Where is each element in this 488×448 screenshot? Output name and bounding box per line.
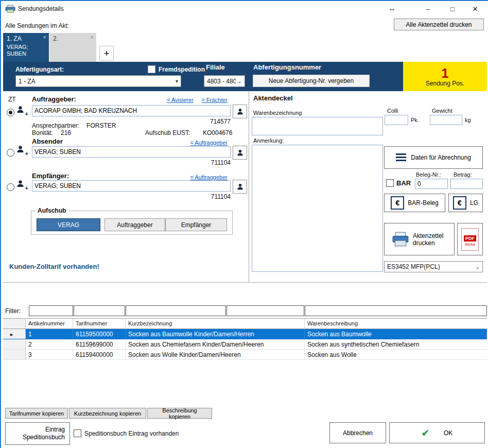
empfaenger-kontakt-button[interactable] (233, 180, 247, 194)
fremdspedition-checkbox-row[interactable]: Fremdspedition (148, 65, 205, 73)
empfaenger-radio[interactable] (7, 183, 14, 191)
auftraggeber-uebernehmen-link[interactable]: = Auftraggeber (190, 140, 228, 146)
column-header-artikelnummer[interactable]: Artikelnummer (26, 319, 73, 329)
tab1-label: 1. ZA (7, 35, 22, 42)
kurzbezeichnung-kopieren-button[interactable]: Kurzbezeichnung kopieren (69, 408, 146, 419)
bar-label: BAR (396, 179, 411, 187)
beschreibung-kopieren-button[interactable]: Beschreibung kopieren (147, 408, 212, 419)
bar-checkbox[interactable] (386, 179, 394, 187)
aufschub-eust-label: Aufschub EUST: (145, 129, 190, 136)
warenbezeichnung-label: Warenbezeichnung (253, 110, 302, 116)
aufschub-verag-button[interactable]: VERAG (37, 218, 100, 231)
pdf-export-button[interactable]: PDF Adobe (457, 223, 483, 255)
cell-tarifnummer[interactable]: 61159400000 (73, 350, 126, 360)
aktendeckel-title: Aktendeckel (253, 94, 293, 102)
speditionsbuch-checkbox-label: Speditionsbuch Eintrag vorhanden (84, 430, 179, 437)
anmerkung-textarea[interactable] (252, 145, 383, 272)
aufschub-empfaenger-button[interactable]: Empfänger (165, 218, 227, 231)
person-add-icon[interactable]: + (16, 179, 27, 189)
betrag-input[interactable] (450, 179, 483, 189)
row-selector-cell[interactable] (3, 350, 26, 360)
auftraggeber-radio[interactable] (7, 109, 14, 116)
abbrechen-button[interactable]: Abbrechen (329, 422, 386, 443)
maximize-button[interactable]: □ (441, 1, 464, 16)
ok-button[interactable]: ✔ OK (389, 422, 485, 443)
absender-label: Absender (32, 137, 63, 145)
cell-kurzbezeichnung[interactable]: Socken aus Wolle Kinder/Damen/Heeren (126, 350, 305, 360)
colli-input[interactable] (385, 115, 408, 125)
column-header-warenbeschreibung[interactable]: Warenbeschreibung (305, 319, 487, 329)
speditionsbuch-checkbox[interactable] (74, 429, 81, 437)
filter-input-warenbeschreibung[interactable] (305, 305, 487, 316)
gewicht-input[interactable] (430, 115, 462, 125)
auftraggeber-input[interactable] (32, 105, 231, 116)
daten-fuer-abrechnung-button[interactable]: Daten für Abrechnung (384, 146, 483, 169)
person-add-icon[interactable]: + (16, 145, 27, 155)
eintrag-speditionsbuch-button[interactable]: Eintrag Speditionsbuch (5, 422, 70, 445)
aufschub-eust-value: KO004676 (203, 129, 232, 136)
aufschub-auftraggeber-button[interactable]: Auftraggeber (104, 218, 165, 231)
column-header-kurzbezeichnung[interactable]: Kurzbezeichnung (126, 319, 305, 329)
tab1-close-icon[interactable]: × (43, 34, 46, 40)
cell-warenbeschreibung[interactable]: Socken aus synthetischen Chemiefasern (305, 339, 487, 350)
tarif-tabelle: Artikelnummer Tarifnummer Kurzbezeichnun… (3, 318, 487, 407)
neue-abfertigungsnr-button[interactable]: Neue Abfertigung-Nr. vergeben (253, 75, 370, 87)
cell-artikelnummer[interactable]: 2 (26, 339, 73, 350)
fremdspedition-checkbox[interactable] (148, 65, 155, 73)
row-selector-cell[interactable]: ▸ (3, 329, 26, 339)
avisierer-link[interactable]: = Avisierer (167, 97, 193, 103)
table-row[interactable]: 2 61159699000 Socken aus Chemiefasern Ki… (3, 339, 487, 350)
resize-arrows-icon[interactable]: ↔ (388, 4, 396, 12)
abfertigung-banner: Abfertigungsart: Fremdspedition Filiale … (3, 62, 487, 91)
tab-sendung-1[interactable]: 1. ZA × VERAG; SUBEN (3, 33, 49, 62)
ok-label: OK (444, 429, 452, 437)
filter-input-tarifnummer[interactable] (74, 305, 125, 316)
absender-input[interactable] (32, 146, 231, 158)
close-button[interactable]: ✕ (463, 1, 487, 16)
kg-unit-label: kg (465, 117, 471, 123)
filter-input-kurzbezeichnung[interactable] (126, 305, 226, 316)
bar-beleg-button[interactable]: € BAR-Beleg (384, 194, 445, 212)
lg-button[interactable]: € LG (448, 194, 483, 212)
alle-aktenzettel-drucken-button[interactable]: Alle Aktenzettel drucken (394, 19, 484, 30)
speditionsbuch-checkbox-row[interactable]: Speditionsbuch Eintrag vorhanden (74, 429, 179, 437)
cell-artikelnummer[interactable]: 1 (26, 329, 73, 339)
cell-artikelnummer[interactable]: 3 (26, 350, 73, 360)
table-row[interactable]: ▸ 1 61159500000 Socken aus Baumwolle Kin… (3, 329, 487, 339)
drucker-dropdown[interactable]: ES3452 MFP(PCL) ⌄ (384, 261, 483, 272)
tab-sendung-2[interactable]: 2. × (49, 33, 96, 62)
auftraggeber-kontakt-button[interactable] (233, 105, 247, 118)
row-selector-cell[interactable] (3, 339, 26, 350)
beleg-nr-input[interactable] (415, 179, 448, 189)
cell-kurzbezeichnung[interactable]: Socken aus Baumwolle Kinder/Damen/Herren (126, 329, 305, 339)
fraechter-link[interactable]: = Frächter (202, 97, 228, 103)
tab2-close-icon[interactable]: × (91, 34, 94, 40)
minimize-button[interactable]: – (416, 1, 440, 16)
cell-kurzbezeichnung[interactable]: Socken aus Chemiefasern Kinder/Damen/Hee… (126, 339, 305, 350)
filter-input-artikelnummer[interactable] (29, 305, 73, 316)
auftraggeber-nummer: 714577 (173, 118, 231, 125)
empfaenger-input[interactable] (32, 180, 231, 192)
add-tab-button[interactable]: + (99, 46, 114, 61)
warenbezeichnung-input[interactable] (252, 117, 383, 135)
aktenzettel-drucken-button[interactable]: Aktenzettel drucken (384, 223, 455, 255)
cell-tarifnummer[interactable]: 61159500000 (73, 329, 126, 339)
tarifnummer-kopieren-button[interactable]: Tarifnummer kopieren (5, 408, 68, 419)
sendungen-im-akt-label: Alle Sendungen im Akt: (5, 22, 69, 29)
abfertigungsart-dropdown[interactable]: 1 - ZA ▾ (15, 75, 181, 87)
column-header-tarifnummer[interactable]: Tarifnummer (73, 319, 126, 329)
plus-badge: + (25, 150, 28, 157)
empfaenger-links: = Auftraggeber (125, 174, 228, 181)
absender-radio[interactable] (7, 149, 14, 157)
auftraggeber-uebernehmen-link[interactable]: = Auftraggeber (190, 174, 228, 180)
cell-warenbeschreibung[interactable]: Socken aus Wolle (305, 350, 487, 360)
filter-input-4[interactable] (226, 305, 304, 316)
cell-tarifnummer[interactable]: 61159699000 (73, 339, 126, 350)
absender-kontakt-button[interactable] (233, 146, 247, 160)
bar-checkbox-row[interactable]: BAR (386, 179, 411, 187)
filiale-dropdown[interactable]: 4803 - 480 ⌄ (204, 75, 245, 87)
cell-warenbeschreibung[interactable]: Socken aus Baumwolle (305, 329, 487, 339)
person-add-icon[interactable]: + (16, 105, 27, 115)
pdf-icon-label: PDF (464, 235, 476, 242)
table-row[interactable]: 3 61159400000 Socken aus Wolle Kinder/Da… (3, 350, 487, 360)
